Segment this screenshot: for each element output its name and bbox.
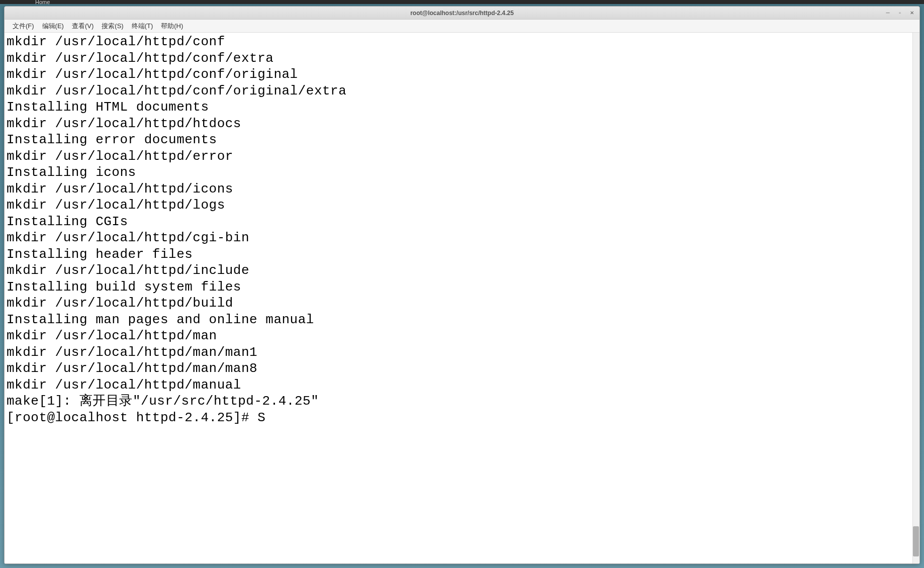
scrollbar-thumb[interactable] — [913, 526, 919, 556]
maximize-button[interactable]: ▫ — [894, 8, 905, 18]
close-icon: ✕ — [910, 10, 914, 16]
terminal-line: Installing HTML documents — [7, 99, 917, 116]
terminal-line: mkdir /usr/local/httpd/man — [7, 328, 917, 344]
terminal-line: mkdir /usr/local/httpd/include — [7, 262, 917, 279]
terminal-line: mkdir /usr/local/httpd/logs — [7, 197, 917, 214]
terminal-line: Installing build system files — [7, 279, 917, 296]
terminal-line: make[1]: 离开目录"/usr/src/httpd-2.4.25" — [7, 393, 917, 410]
terminal-line: mkdir /usr/local/httpd/conf/extra — [7, 50, 917, 67]
terminal-line: mkdir /usr/local/httpd/conf/original — [7, 66, 917, 83]
terminal-line: [root@localhost httpd-2.4.25]# S — [7, 410, 917, 426]
minimize-icon: ─ — [886, 10, 889, 16]
menu-edit[interactable]: 编辑(E) — [38, 20, 68, 32]
terminal-line: mkdir /usr/local/httpd/man/man1 — [7, 344, 917, 361]
terminal-line: mkdir /usr/local/httpd/conf — [7, 34, 917, 50]
window-controls: ─ ▫ ✕ — [882, 8, 917, 18]
terminal-line: mkdir /usr/local/httpd/htdocs — [7, 116, 917, 132]
taskbar-home[interactable]: Home — [30, 0, 55, 5]
terminal-line: mkdir /usr/local/httpd/conf/original/ext… — [7, 83, 917, 100]
menu-file[interactable]: 文件(F) — [9, 20, 38, 32]
menubar: 文件(F) 编辑(E) 查看(V) 搜索(S) 终端(T) 帮助(H) — [5, 20, 919, 33]
terminal-line: mkdir /usr/local/httpd/cgi-bin — [7, 230, 917, 246]
menu-view[interactable]: 查看(V) — [68, 20, 98, 32]
menu-search[interactable]: 搜索(S) — [98, 20, 127, 32]
window-titlebar[interactable]: root@localhost:/usr/src/httpd-2.4.25 ─ ▫… — [5, 7, 919, 20]
scrollbar-track[interactable] — [912, 33, 919, 563]
terminal-line: mkdir /usr/local/httpd/icons — [7, 181, 917, 198]
menu-help[interactable]: 帮助(H) — [157, 20, 187, 32]
close-button[interactable]: ✕ — [906, 8, 917, 18]
terminal-line: Installing header files — [7, 246, 917, 263]
terminal-line: Installing man pages and online manual — [7, 312, 917, 328]
terminal-line: Installing CGIs — [7, 214, 917, 230]
terminal-line: mkdir /usr/local/httpd/man/man8 — [7, 360, 917, 377]
minimize-button[interactable]: ─ — [882, 8, 893, 18]
terminal-output[interactable]: mkdir /usr/local/httpd/conf mkdir /usr/l… — [5, 33, 919, 563]
menu-terminal[interactable]: 终端(T) — [128, 20, 157, 32]
terminal-window: root@localhost:/usr/src/httpd-2.4.25 ─ ▫… — [4, 6, 920, 564]
terminal-line: Installing icons — [7, 164, 917, 181]
maximize-icon: ▫ — [899, 10, 901, 16]
terminal-line: mkdir /usr/local/httpd/error — [7, 148, 917, 165]
window-title: root@localhost:/usr/src/httpd-2.4.25 — [410, 10, 514, 17]
desktop-taskbar: Home — [0, 0, 924, 4]
terminal-line: mkdir /usr/local/httpd/build — [7, 295, 917, 312]
terminal-line: Installing error documents — [7, 132, 917, 148]
terminal-line: mkdir /usr/local/httpd/manual — [7, 377, 917, 394]
